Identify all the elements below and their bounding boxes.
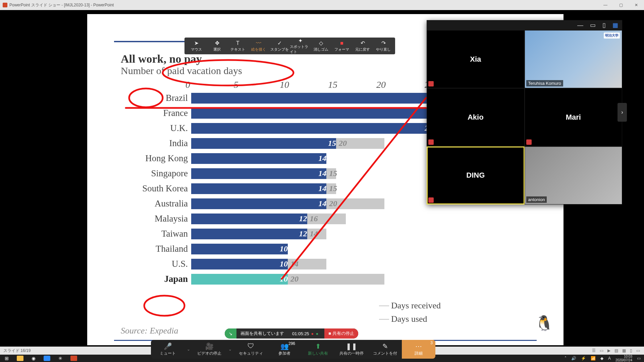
notes-view-icon[interactable]: ☰ bbox=[592, 348, 596, 353]
chart-source: Source: Expedia bbox=[121, 326, 178, 336]
participant-tile[interactable]: Mari bbox=[525, 88, 623, 146]
pen-icon: 〰 bbox=[256, 40, 261, 46]
zoom-participants-button[interactable]: 👥参加者296 bbox=[268, 340, 301, 359]
anno-select-button[interactable]: ✥選択 bbox=[207, 38, 227, 54]
speaker-icon[interactable]: 🔊 bbox=[571, 356, 576, 361]
chart-title: All work, no pay bbox=[121, 53, 202, 65]
participant-tile[interactable]: Xia bbox=[427, 30, 525, 88]
chart-row-label: U.S. bbox=[127, 259, 191, 269]
wifi-icon[interactable]: 📶 bbox=[591, 356, 596, 361]
participant-name-tag: antonion bbox=[526, 196, 547, 203]
file-explorer-icon[interactable] bbox=[17, 356, 23, 361]
zoom-minimize-icon[interactable]: — bbox=[577, 22, 583, 29]
chart-row-label: India bbox=[127, 138, 191, 148]
anno-undo-button[interactable]: ↶元に戻す bbox=[352, 38, 373, 54]
zoom-video-menu-button[interactable]: ⌄ bbox=[226, 340, 234, 359]
chart-row: U.S.1014 bbox=[127, 256, 473, 272]
zoom-stack-icon[interactable]: ▯ bbox=[602, 21, 606, 29]
redo-icon: ↷ bbox=[381, 40, 386, 46]
chart-row-label: Japan bbox=[127, 274, 191, 284]
window-minimize-button[interactable]: — bbox=[598, 0, 613, 10]
zoom-grid-view-icon[interactable]: ▦ bbox=[612, 21, 618, 29]
slideshow-view-icon[interactable]: ▯ bbox=[630, 348, 632, 353]
zoom-restore-icon[interactable]: ▭ bbox=[590, 21, 596, 29]
network-icon[interactable]: ⚡ bbox=[581, 356, 586, 361]
move-icon: ✥ bbox=[215, 40, 219, 46]
participant-tile[interactable]: Akio bbox=[427, 88, 525, 146]
zoom-share-bar: ↘ 画面を共有しています 01:05:25●● ■ 共有の停止 bbox=[225, 328, 358, 339]
legend-received: Days received bbox=[391, 301, 441, 311]
dropbox-icon[interactable]: ◆ bbox=[600, 356, 603, 361]
comments-icon[interactable]: ▭ bbox=[600, 348, 603, 353]
spotlight-icon: ✦ bbox=[298, 38, 303, 44]
chart-row: Singapore1415 bbox=[127, 166, 473, 181]
window-close-button[interactable]: ✕ bbox=[629, 0, 644, 10]
chart-row: Thailand10 bbox=[127, 241, 473, 256]
powerpoint-taskbar-icon[interactable] bbox=[70, 356, 77, 361]
chart-row-label: South Korea bbox=[127, 183, 191, 194]
chart-row: Taiwan1214 bbox=[127, 226, 473, 241]
slack-icon[interactable]: ✳ bbox=[57, 356, 64, 361]
zoom-mute-button[interactable]: 🎤ミュート bbox=[151, 340, 184, 359]
anno-draw-button[interactable]: 〰絵を描く bbox=[248, 38, 269, 54]
zoom-app-icon[interactable] bbox=[44, 356, 50, 361]
chrome-icon[interactable]: ◉ bbox=[30, 356, 37, 361]
status-dot-icon: ● bbox=[316, 331, 318, 336]
anno-stamp-button[interactable]: ✓スタンプを bbox=[269, 38, 290, 54]
window-maximize-button[interactable]: ▢ bbox=[613, 0, 629, 10]
powerpoint-icon bbox=[3, 3, 7, 7]
anno-text-button[interactable]: Tテキスト bbox=[227, 38, 248, 54]
zoom-security-button[interactable]: 🛡セキュリティ bbox=[234, 340, 268, 359]
zoom-pause-share-button[interactable]: ❚❚共有の一時停 bbox=[335, 340, 368, 359]
notifications-icon[interactable]: ▭ bbox=[637, 356, 641, 361]
sorter-view-icon[interactable]: ▤ bbox=[614, 348, 618, 353]
chart-row-label: Taiwan bbox=[127, 229, 191, 239]
participant-name: Xia bbox=[470, 55, 481, 64]
system-clock[interactable]: 10:032020/07/24 bbox=[615, 355, 632, 362]
value-used: 14 bbox=[191, 183, 329, 194]
participant-tile[interactable]: antonion bbox=[525, 146, 623, 204]
zoom-more-button[interactable]: ⋯詳細3 bbox=[402, 340, 435, 359]
chart-row: Australia1420 bbox=[127, 196, 473, 211]
reading-view-icon[interactable]: ▦ bbox=[622, 348, 626, 353]
value-used: 10 bbox=[191, 259, 290, 269]
anno-mouse-button[interactable]: ➤マウス bbox=[186, 38, 207, 54]
zoom-annotate-button[interactable]: ✎コメントを付 bbox=[368, 340, 402, 359]
zoom-audio-menu-button[interactable]: ⌄ bbox=[184, 340, 193, 359]
zoom-new-share-button[interactable]: ⬆新しい共有 bbox=[301, 340, 335, 359]
zoom-video-button[interactable]: 🎥ビデオの停止 bbox=[193, 340, 226, 359]
zoom-toolbar: 🎤ミュート ⌄ 🎥ビデオの停止 ⌄ 🛡セキュリティ 👥参加者296 ⬆新しい共有… bbox=[151, 340, 435, 359]
normal-view-icon[interactable]: ▶ bbox=[607, 348, 610, 353]
anno-format-button[interactable]: ■フォーマ bbox=[331, 38, 352, 54]
zoom-video-panel[interactable]: — ▭ ▯ ▦ Xia 明治大学 Teruhisa Komuro Akio Ma… bbox=[427, 20, 622, 204]
anno-eraser-button[interactable]: ◇消しゴム bbox=[311, 38, 331, 54]
chart-row-label: Malaysia bbox=[127, 214, 191, 224]
chart-row: Hong Kong14 bbox=[127, 151, 473, 166]
mute-icon bbox=[428, 197, 434, 203]
axis-tick: 10 bbox=[280, 79, 289, 90]
participant-name: DING bbox=[466, 171, 485, 180]
participant-tile[interactable]: 明治大学 Teruhisa Komuro bbox=[525, 30, 623, 88]
chart-row: Brazil bbox=[127, 90, 473, 106]
participant-name-tag: Teruhisa Komuro bbox=[526, 80, 563, 86]
chart-legend: Days received Days used bbox=[379, 299, 441, 326]
zoom-next-page-button[interactable]: › bbox=[618, 103, 627, 122]
start-button[interactable]: ⊞ bbox=[3, 356, 10, 361]
share-timer: 01:05:25 bbox=[292, 331, 309, 336]
axis-tick: 0 bbox=[185, 79, 190, 90]
value-used: 14 bbox=[191, 198, 329, 209]
chart-row: U.K.2526 bbox=[127, 121, 473, 136]
pencil-icon: ✎ bbox=[382, 343, 388, 350]
chart-row-label: Brazil bbox=[127, 93, 191, 103]
anno-redo-button[interactable]: ↷やり直し bbox=[373, 38, 394, 54]
participant-tile-speaking[interactable]: DING bbox=[427, 146, 525, 204]
stop-share-button[interactable]: ■ 共有の停止 bbox=[324, 328, 358, 339]
ime-indicator[interactable]: A bbox=[608, 356, 611, 361]
mute-icon bbox=[428, 81, 434, 86]
anno-spotlight-button[interactable]: ✦スポットライト bbox=[290, 38, 311, 54]
svg-point-2 bbox=[144, 296, 184, 316]
tray-chevron-icon[interactable]: ˄ bbox=[565, 356, 567, 361]
share-handle[interactable]: ↘ bbox=[225, 328, 236, 339]
value-used: 10 bbox=[191, 244, 290, 254]
zoom-slider-icon[interactable]: ▭ bbox=[636, 348, 640, 353]
